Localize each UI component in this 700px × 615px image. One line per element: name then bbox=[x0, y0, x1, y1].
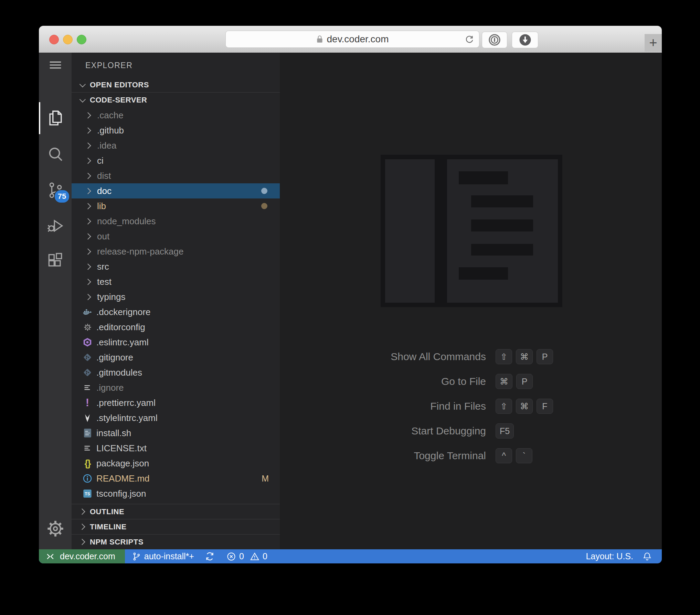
remote-indicator[interactable]: dev.coder.com bbox=[39, 549, 125, 563]
zoom-window-button[interactable] bbox=[77, 35, 86, 44]
status-bar: dev.coder.com auto-install*+ 0 0 Layout:… bbox=[39, 549, 662, 563]
tree-item-.dockerignore[interactable]: .dockerignore bbox=[72, 304, 280, 320]
browser-window: dev.coder.com + bbox=[39, 26, 662, 563]
keycap: P bbox=[537, 349, 553, 364]
folder-chevron-icon bbox=[85, 263, 91, 270]
shortcut-label: Toggle Terminal bbox=[280, 450, 486, 462]
section-open-editors[interactable]: OPEN EDITORS bbox=[72, 77, 280, 92]
braces-icon: {} bbox=[82, 458, 93, 468]
download-icon bbox=[518, 33, 532, 47]
section-label: NPM SCRIPTS bbox=[90, 538, 144, 547]
shortcut-keys: ^` bbox=[496, 448, 532, 463]
modified-contents-dot bbox=[261, 188, 267, 194]
shortcut-label: Find in Files bbox=[280, 400, 486, 412]
downloads-button[interactable] bbox=[512, 32, 538, 48]
tree-item-label: out bbox=[97, 231, 109, 242]
sidebar-item-extensions[interactable] bbox=[39, 244, 72, 278]
tree-item-label: dist bbox=[97, 171, 111, 181]
close-window-button[interactable] bbox=[49, 35, 59, 44]
address-bar[interactable]: dev.coder.com bbox=[225, 31, 479, 48]
git-icon bbox=[82, 367, 93, 378]
git-branch-indicator[interactable]: auto-install*+ bbox=[132, 551, 194, 562]
gear-icon bbox=[82, 323, 93, 332]
sidebar-item-run-debug[interactable] bbox=[39, 208, 72, 242]
tree-item-.cache[interactable]: .cache bbox=[72, 108, 280, 123]
folder-chevron-icon bbox=[85, 127, 91, 133]
tree-item-.editorconfig[interactable]: .editorconfig bbox=[72, 320, 280, 335]
section-code-server[interactable]: CODE-SERVER bbox=[72, 93, 280, 107]
sidebar-item-search[interactable] bbox=[39, 137, 72, 172]
tree-item-.ignore[interactable]: .ignore bbox=[72, 380, 280, 395]
section-timeline[interactable]: TIMELINE bbox=[72, 519, 280, 534]
tree-item-label: package.json bbox=[96, 458, 149, 469]
keycap: F bbox=[537, 399, 553, 414]
keycap: ⌘ bbox=[516, 349, 533, 364]
debug-icon bbox=[46, 216, 65, 235]
tree-item-out[interactable]: out bbox=[72, 229, 280, 244]
tree-item-typings[interactable]: typings bbox=[72, 289, 280, 304]
menu-button[interactable] bbox=[39, 54, 72, 76]
section-npm-scripts[interactable]: NPM SCRIPTS bbox=[72, 534, 280, 549]
shell-icon bbox=[82, 428, 93, 438]
tree-item-release-npm-package[interactable]: release-npm-package bbox=[72, 244, 280, 259]
branch-name: auto-install*+ bbox=[144, 551, 194, 561]
tree-item-tsconfig.json[interactable]: TStsconfig.json bbox=[72, 486, 280, 501]
tree-item-.gitignore[interactable]: .gitignore bbox=[72, 350, 280, 365]
tree-item-ci[interactable]: ci bbox=[72, 153, 280, 168]
vscode-watermark bbox=[381, 155, 562, 307]
section-label: OPEN EDITORS bbox=[90, 80, 149, 89]
sync-button[interactable] bbox=[204, 551, 215, 562]
tree-item-label: src bbox=[97, 261, 109, 272]
tree-item-node_modules[interactable]: node_modules bbox=[72, 214, 280, 229]
reload-icon[interactable] bbox=[464, 34, 475, 45]
keycap: ⇧ bbox=[496, 349, 512, 364]
warning-icon bbox=[250, 551, 260, 562]
onepassword-extension-button[interactable] bbox=[482, 32, 507, 48]
remote-icon bbox=[45, 551, 55, 562]
hamburger-icon bbox=[47, 57, 63, 73]
folder-chevron-icon bbox=[85, 218, 91, 224]
problems-indicator[interactable]: 0 0 bbox=[226, 551, 267, 562]
tree-item-.eslintrc.yaml[interactable]: .eslintrc.yaml bbox=[72, 335, 280, 350]
shortcut-hint-toggle-terminal: Toggle Terminal^` bbox=[280, 447, 662, 464]
minimize-window-button[interactable] bbox=[63, 35, 73, 44]
shortcut-keys: ⇧⌘F bbox=[496, 399, 553, 414]
tree-item-.stylelintrc.yaml[interactable]: .stylelintrc.yaml bbox=[72, 410, 280, 425]
activity-bar: 75 bbox=[39, 53, 72, 549]
folder-chevron-icon bbox=[85, 279, 91, 285]
section-label: OUTLINE bbox=[90, 507, 124, 516]
tree-item-.prettierrc.yaml[interactable]: !.prettierrc.yaml bbox=[72, 395, 280, 410]
tree-item-label: doc bbox=[97, 186, 112, 196]
shortcut-hint-start-debugging: Start DebuggingF5 bbox=[280, 423, 662, 439]
section-outline[interactable]: OUTLINE bbox=[72, 504, 280, 519]
keycap: ⇧ bbox=[496, 399, 512, 414]
desktop: { "browser": { "address": "dev.coder.com… bbox=[0, 0, 700, 615]
tree-item-.github[interactable]: .github bbox=[72, 123, 280, 138]
tree-item-install.sh[interactable]: install.sh bbox=[72, 425, 280, 441]
settings-button[interactable] bbox=[39, 511, 72, 546]
eslint-icon bbox=[82, 337, 93, 347]
tree-item-label: node_modules bbox=[97, 216, 156, 227]
tree-item-README.md[interactable]: README.mdM bbox=[72, 471, 280, 486]
tree-item-.idea[interactable]: .idea bbox=[72, 138, 280, 153]
tree-item-LICENSE.txt[interactable]: LICENSE.txt bbox=[72, 441, 280, 456]
keycap: ⌘ bbox=[516, 399, 533, 414]
tree-item-doc[interactable]: doc bbox=[72, 183, 280, 198]
tree-item-dist[interactable]: dist bbox=[72, 168, 280, 183]
tree-item-lib[interactable]: lib bbox=[72, 198, 280, 214]
tree-item-.gitmodules[interactable]: .gitmodules bbox=[72, 365, 280, 380]
chevron-right-icon bbox=[79, 508, 85, 515]
tree-item-label: .gitmodules bbox=[96, 367, 142, 378]
new-tab-button[interactable]: + bbox=[645, 34, 662, 52]
sidebar-item-source-control[interactable]: 75 bbox=[39, 173, 72, 207]
tree-item-label: release-npm-package bbox=[97, 246, 183, 257]
notifications-bell[interactable] bbox=[642, 551, 652, 562]
tree-item-package.json[interactable]: {}package.json bbox=[72, 456, 280, 471]
tree-item-src[interactable]: src bbox=[72, 259, 280, 274]
sidebar-item-explorer[interactable] bbox=[39, 101, 72, 135]
tree-item-test[interactable]: test bbox=[72, 274, 280, 289]
keyboard-layout-indicator[interactable]: Layout: U.S. bbox=[586, 551, 633, 561]
keycap: F5 bbox=[496, 423, 514, 439]
tree-item-label: .editorconfig bbox=[96, 322, 145, 333]
folder-chevron-icon bbox=[85, 173, 91, 179]
